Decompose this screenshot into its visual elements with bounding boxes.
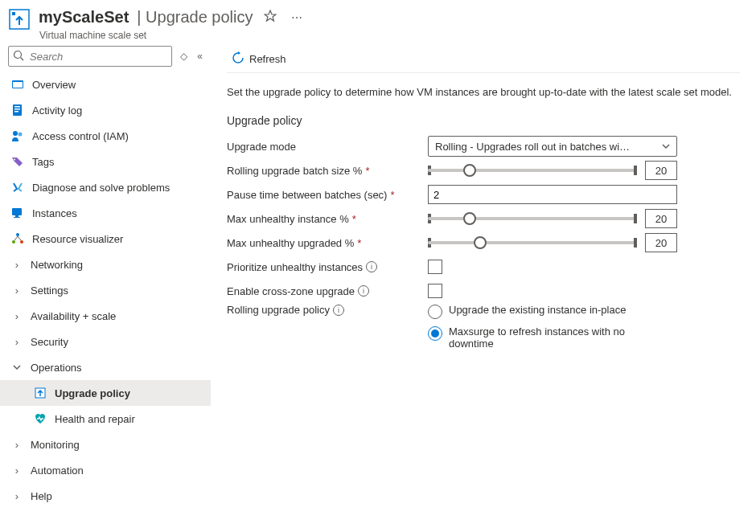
nav-label: Availability + scale [31, 310, 116, 322]
nav-label: Settings [31, 284, 68, 297]
rolling-policy-option-maxsurge[interactable]: Maxsurge to refresh instances with no do… [428, 325, 658, 350]
resource-icon [8, 8, 31, 31]
nav-health-repair[interactable]: Health and repair [0, 406, 211, 432]
max-unhealthy-upgraded-label: Max unhealthy upgraded % * [227, 237, 428, 249]
pause-time-label: Pause time between batches (sec) * [227, 189, 428, 201]
svg-rect-13 [12, 208, 22, 215]
resource-type: Virtual machine scale set [39, 30, 748, 41]
nav-group-security[interactable]: › Security [0, 329, 211, 354]
refresh-label: Refresh [249, 53, 286, 65]
tags-icon [11, 155, 24, 168]
nav-access-control[interactable]: Access control (IAM) [0, 123, 211, 149]
page-header: myScaleSet | Upgrade policy ⋯ Virtual ma… [0, 0, 756, 46]
main-content: Refresh Set the upgrade policy to determ… [211, 46, 756, 532]
nav-label: Access control (IAM) [32, 130, 129, 142]
diagnose-icon [11, 181, 24, 194]
search-icon [13, 50, 24, 63]
page-title: myScaleSet [39, 8, 129, 27]
refresh-button[interactable]: Refresh [227, 48, 291, 70]
resource-visualizer-icon [11, 232, 24, 245]
max-unhealthy-upgraded-value: 20 [645, 233, 677, 252]
instances-icon [11, 207, 24, 219]
svg-point-18 [20, 240, 23, 243]
prioritize-checkbox[interactable] [428, 260, 442, 274]
max-unhealthy-label: Max unhealthy instance % * [227, 213, 428, 225]
nav-instances[interactable]: Instances [0, 200, 211, 226]
favorite-button[interactable] [261, 6, 280, 28]
svg-rect-7 [14, 106, 20, 108]
radio-label: Upgrade the existing instance in-place [449, 304, 626, 316]
access-control-icon [11, 129, 24, 142]
page-subtitle: | Upgrade policy [137, 8, 253, 27]
overview-icon [11, 78, 24, 91]
nav-activity-log[interactable]: Activity log [0, 97, 211, 123]
upgrade-mode-dropdown[interactable]: Rolling - Upgrades roll out in batches w… [428, 136, 677, 157]
svg-point-10 [13, 131, 18, 136]
nav-group-monitoring[interactable]: › Monitoring [0, 432, 211, 457]
info-icon[interactable]: i [366, 261, 377, 272]
cross-zone-checkbox[interactable] [428, 284, 442, 298]
nav-group-operations[interactable]: Operations [0, 354, 211, 380]
svg-point-12 [14, 159, 15, 161]
radio-label: Maxsurge to refresh instances with no do… [449, 325, 658, 350]
toolbar: Refresh [227, 46, 740, 73]
nav-label: Networking [31, 259, 83, 271]
batch-size-label: Rolling upgrade batch size % * [227, 165, 428, 177]
nav-group-settings[interactable]: › Settings [0, 277, 211, 303]
svg-line-3 [21, 58, 24, 61]
search-input[interactable] [8, 46, 172, 67]
nav-group-automation[interactable]: › Automation [0, 457, 211, 483]
info-icon[interactable]: i [333, 305, 344, 316]
pause-time-input[interactable] [428, 185, 677, 204]
pin-toggle[interactable]: ◇ [179, 49, 189, 63]
svg-rect-1 [12, 12, 15, 15]
nav-label: Overview [32, 79, 76, 91]
info-icon[interactable]: i [358, 285, 369, 297]
refresh-icon [232, 51, 244, 67]
chevron-down-icon [11, 363, 23, 371]
chevron-right-icon: › [11, 490, 23, 502]
collapse-sidebar-button[interactable]: « [195, 49, 204, 63]
batch-size-slider[interactable] [428, 162, 637, 179]
svg-rect-14 [15, 215, 18, 217]
more-button[interactable]: ⋯ [288, 8, 306, 27]
chevron-right-icon: › [11, 439, 23, 451]
nav-label: Activity log [32, 104, 82, 117]
nav-label: Monitoring [31, 439, 80, 451]
chevron-right-icon: › [11, 464, 23, 477]
radio-icon [428, 326, 442, 341]
prioritize-label: Prioritize unhealthy instances i [227, 261, 428, 273]
cross-zone-label: Enable cross-zone upgrade i [227, 285, 428, 297]
description: Set the upgrade policy to determine how … [227, 86, 740, 98]
max-unhealthy-upgraded-slider[interactable] [428, 234, 637, 252]
nav-group-availability[interactable]: › Availability + scale [0, 303, 211, 329]
nav-group-networking[interactable]: › Networking [0, 252, 211, 277]
max-unhealthy-slider[interactable] [428, 210, 637, 227]
svg-point-2 [14, 51, 22, 59]
svg-rect-5 [13, 82, 23, 88]
nav-overview[interactable]: Overview [0, 72, 211, 97]
nav-tags[interactable]: Tags [0, 149, 211, 174]
nav-upgrade-policy[interactable]: Upgrade policy [0, 380, 211, 406]
sidebar: ◇ « Overview Activity log Access control… [0, 46, 211, 532]
nav-label: Tags [32, 156, 54, 168]
section-heading: Upgrade policy [227, 114, 740, 127]
svg-point-17 [12, 240, 15, 243]
max-unhealthy-value: 20 [645, 209, 677, 228]
nav-resource-visualizer[interactable]: Resource visualizer [0, 226, 211, 252]
chevron-down-icon [662, 141, 670, 153]
nav-label: Operations [31, 362, 82, 374]
nav-label: Automation [31, 464, 84, 477]
nav-group-help[interactable]: › Help [0, 483, 211, 509]
upgrade-policy-icon [34, 387, 47, 399]
upgrade-mode-value: Rolling - Upgrades roll out in batches w… [435, 141, 630, 153]
nav-diagnose[interactable]: Diagnose and solve problems [0, 174, 211, 200]
activity-log-icon [11, 104, 24, 117]
upgrade-mode-label: Upgrade mode [227, 141, 428, 153]
svg-rect-9 [14, 111, 18, 113]
rolling-policy-label: Rolling upgrade policy i [227, 304, 428, 316]
nav-label: Upgrade policy [55, 387, 130, 399]
rolling-policy-option-inplace[interactable]: Upgrade the existing instance in-place [428, 304, 658, 319]
chevron-right-icon: › [11, 284, 23, 297]
nav-label: Resource visualizer [32, 233, 123, 245]
